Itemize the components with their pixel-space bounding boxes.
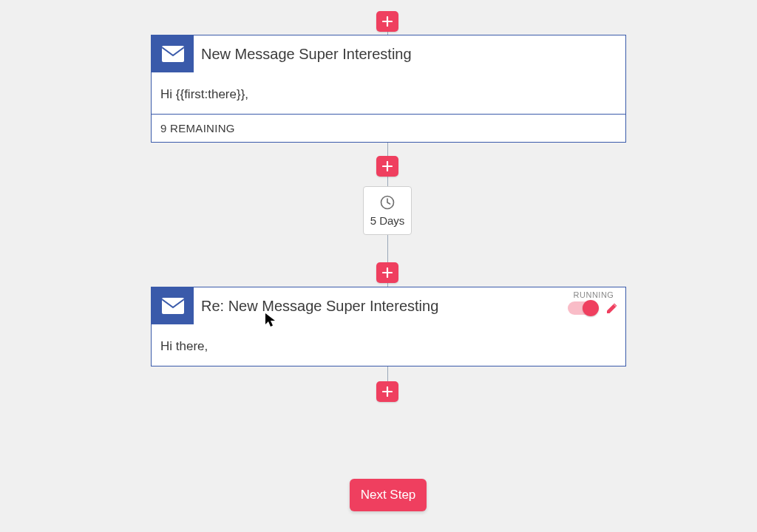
clock-icon xyxy=(380,195,395,210)
email-step-card[interactable]: New Message Super Interesting Hi {{first… xyxy=(151,35,626,143)
step-body-preview: Hi {{first:there}}, xyxy=(152,72,625,114)
delay-step-node[interactable]: 5 Days xyxy=(363,186,412,235)
plus-icon xyxy=(382,386,393,397)
plus-icon xyxy=(382,161,393,171)
delay-duration: 5 Days xyxy=(370,214,405,227)
svg-rect-0 xyxy=(162,46,184,62)
step-remaining-footer: 9 REMAINING xyxy=(152,114,625,142)
add-step-button[interactable] xyxy=(376,262,398,283)
add-step-button[interactable] xyxy=(376,381,398,402)
edit-step-button[interactable] xyxy=(605,301,619,316)
step-title: New Message Super Interesting xyxy=(201,46,625,63)
mail-icon xyxy=(162,298,184,314)
next-step-button[interactable]: Next Step xyxy=(350,479,427,511)
pencil-icon xyxy=(605,301,619,316)
running-toggle[interactable] xyxy=(568,301,597,315)
step-title: Re: New Message Super Interesting xyxy=(201,298,625,315)
svg-rect-2 xyxy=(162,298,184,314)
plus-icon xyxy=(382,16,393,27)
add-step-button[interactable] xyxy=(376,156,398,177)
running-label: RUNNING xyxy=(574,290,614,299)
email-step-card[interactable]: Re: New Message Super Interesting RUNNIN… xyxy=(151,287,626,366)
next-step-label: Next Step xyxy=(361,488,416,502)
mail-icon-box xyxy=(152,287,194,324)
add-step-button[interactable] xyxy=(376,11,398,32)
step-body-preview: Hi there, xyxy=(152,324,625,366)
mail-icon-box xyxy=(152,35,194,72)
mail-icon xyxy=(162,46,184,62)
plus-icon xyxy=(382,267,393,278)
